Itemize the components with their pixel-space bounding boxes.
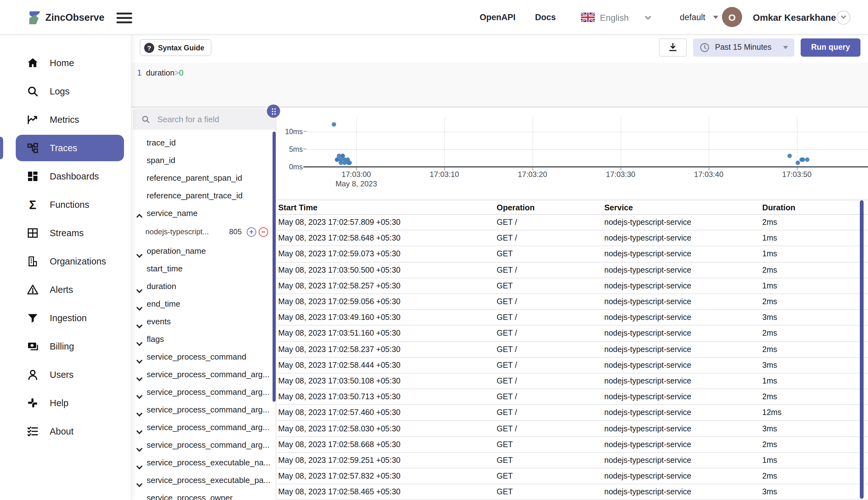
scatter-point: [337, 154, 341, 158]
syntax-guide-button[interactable]: ? Syntax Guide: [140, 39, 211, 56]
field-row[interactable]: reference_parent_span_id: [133, 169, 276, 186]
field-name: service_process_command_arg...: [147, 369, 269, 379]
sidebar-item-label: Users: [50, 370, 74, 380]
cell-duration: 3ms: [762, 424, 868, 433]
scatter-point: [339, 157, 343, 162]
col-duration: Duration: [762, 203, 868, 212]
field-row[interactable]: service_process_command_arg...: [133, 418, 276, 436]
table-row[interactable]: May 08, 2023 17:03:51.160 +05:30 GET / n…: [277, 326, 868, 342]
table-row[interactable]: May 08, 2023 17:03:50.108 +05:30 GET / n…: [277, 373, 868, 389]
fields-scrollbar[interactable]: [273, 132, 275, 402]
field-row[interactable]: service_process_command_arg...: [133, 436, 276, 453]
field-search-box[interactable]: [133, 108, 276, 130]
field-row[interactable]: service_process_command_arg...: [133, 365, 276, 383]
time-range-selector[interactable]: Past 15 Minutes: [693, 38, 794, 56]
table-row[interactable]: May 08, 2023 17:02:57.460 +05:30 GET / n…: [277, 405, 868, 421]
scatter-point: [801, 157, 806, 162]
exclude-filter-button[interactable]: −: [259, 227, 268, 237]
field-row[interactable]: service_process_command: [133, 348, 276, 365]
table-row[interactable]: May 08, 2023 17:02:57.832 +05:30 GET nod…: [277, 468, 868, 484]
field-row[interactable]: service_name: [133, 204, 276, 221]
table-row[interactable]: May 08, 2023 17:02:58.237 +05:30 GET / n…: [277, 342, 868, 357]
include-filter-button[interactable]: +: [247, 227, 256, 237]
user-avatar[interactable]: O: [722, 7, 742, 27]
cell-duration: 2ms: [762, 440, 868, 449]
field-row[interactable]: flags: [133, 330, 276, 348]
x-axis-label: 17:03:20: [507, 170, 558, 179]
field-row[interactable]: operation_name: [133, 242, 276, 260]
cell-duration: 3ms: [762, 313, 868, 322]
query-editor[interactable]: 1 duration>0: [131, 63, 868, 107]
v-gridline: [356, 117, 357, 167]
cell-duration: 1ms: [762, 234, 868, 243]
sidebar-item-billing[interactable]: Billing: [16, 333, 124, 360]
field-row[interactable]: service_process_executable_na...: [133, 453, 276, 471]
field-name: start_time: [147, 263, 183, 273]
field-row[interactable]: service_process_command_arg...: [133, 400, 276, 418]
cell-operation: GET: [497, 440, 604, 449]
sidebar-item-users[interactable]: Users: [16, 362, 124, 388]
table-row[interactable]: May 08, 2023 17:03:50.713 +05:30 GET / n…: [277, 389, 868, 405]
chevron-down-icon: [136, 305, 142, 311]
sidebar-item-traces[interactable]: Traces: [16, 135, 124, 161]
table-row[interactable]: May 08, 2023 17:02:58.465 +05:30 GET nod…: [277, 484, 868, 500]
org-caret-down-icon[interactable]: [713, 0, 718, 35]
sidebar-item-ingestion[interactable]: Ingestion: [16, 305, 124, 331]
fields-list: trace_id span_id reference_parent_span_i…: [133, 130, 276, 500]
sidebar-item-help[interactable]: Help: [16, 390, 124, 416]
field-row[interactable]: start_time: [133, 260, 276, 277]
app-logo-icon[interactable]: [26, 0, 44, 35]
x-axis-tick: [709, 168, 709, 171]
field-row[interactable]: reference_parent_trace_id: [133, 186, 276, 204]
menu-toggle-button[interactable]: [116, 13, 132, 23]
sidebar-item-functions[interactable]: Σ Functions: [16, 191, 124, 218]
panel-drag-handle[interactable]: [267, 104, 280, 118]
language-selector[interactable]: English: [600, 0, 629, 35]
table-row[interactable]: May 08, 2023 17:02:58.444 +05:30 GET / n…: [277, 357, 868, 373]
sidebar-item-metrics[interactable]: Metrics: [16, 106, 124, 133]
field-search-input[interactable]: [156, 114, 263, 124]
table-row[interactable]: May 08, 2023 17:02:58.257 +05:30 GET nod…: [277, 279, 868, 294]
table-row[interactable]: May 08, 2023 17:02:58.030 +05:30 GET / n…: [277, 421, 868, 437]
cell-operation: GET /: [497, 361, 604, 370]
table-row[interactable]: May 08, 2023 17:02:59.251 +05:30 GET nod…: [277, 453, 868, 468]
field-row[interactable]: service_process_executable_pa...: [133, 471, 276, 489]
field-value-row[interactable]: nodejs-typescript... 805 + −: [133, 221, 276, 242]
nav-docs-link[interactable]: Docs: [535, 0, 556, 35]
field-row[interactable]: events: [133, 312, 276, 330]
table-row[interactable]: May 08, 2023 17:02:58.668 +05:30 GET nod…: [277, 437, 868, 453]
sidebar-item-organizations[interactable]: Organizations: [16, 248, 124, 275]
sidebar-item-home[interactable]: Home: [16, 50, 124, 76]
sidebar-item-streams[interactable]: Streams: [16, 220, 124, 246]
cell-duration: 2ms: [762, 345, 868, 354]
cell-start-time: May 08, 2023 17:02:57.460 +05:30: [278, 408, 497, 417]
x-axis-label: 17:03:00: [331, 170, 381, 179]
cell-start-time: May 08, 2023 17:02:58.465 +05:30: [278, 488, 497, 497]
field-row[interactable]: end_time: [133, 295, 276, 312]
sidebar-item-alerts[interactable]: Alerts: [16, 276, 124, 303]
table-row[interactable]: May 08, 2023 17:03:49.160 +05:30 GET / n…: [277, 310, 868, 326]
table-row[interactable]: May 08, 2023 17:02:57.809 +05:30 GET / n…: [277, 215, 868, 230]
table-row[interactable]: May 08, 2023 17:02:59.073 +05:30 GET nod…: [277, 247, 868, 262]
field-row[interactable]: service_process_command_arg...: [133, 383, 276, 400]
y-axis-label: 10ms: [278, 127, 303, 135]
language-chevron-down-icon[interactable]: [646, 0, 650, 35]
org-selector[interactable]: default: [680, 0, 705, 35]
h-gridline: [306, 149, 868, 150]
sidebar-item-dashboards[interactable]: Dashboards: [16, 163, 124, 190]
table-row[interactable]: May 08, 2023 17:02:59.056 +05:30 GET / n…: [277, 294, 868, 310]
field-row[interactable]: span_id: [133, 151, 276, 169]
nav-openapi-link[interactable]: OpenAPI: [479, 0, 516, 35]
sidebar-item-about[interactable]: About: [16, 418, 124, 445]
field-row[interactable]: trace_id: [133, 134, 276, 151]
field-row[interactable]: service_process_owner: [133, 489, 276, 500]
table-row[interactable]: May 08, 2023 17:02:58.648 +05:30 GET / n…: [277, 230, 868, 246]
table-row[interactable]: May 08, 2023 17:03:50.500 +05:30 GET / n…: [277, 262, 868, 278]
run-query-button[interactable]: Run query: [801, 38, 860, 56]
download-results-button[interactable]: [659, 38, 687, 56]
table-scrollbar[interactable]: [860, 200, 863, 499]
user-menu-chevron-down-icon[interactable]: [836, 10, 850, 24]
sidebar-item-logs[interactable]: Logs: [16, 78, 124, 104]
field-row[interactable]: duration: [133, 277, 276, 295]
app-title[interactable]: ZincObserve: [45, 0, 104, 35]
